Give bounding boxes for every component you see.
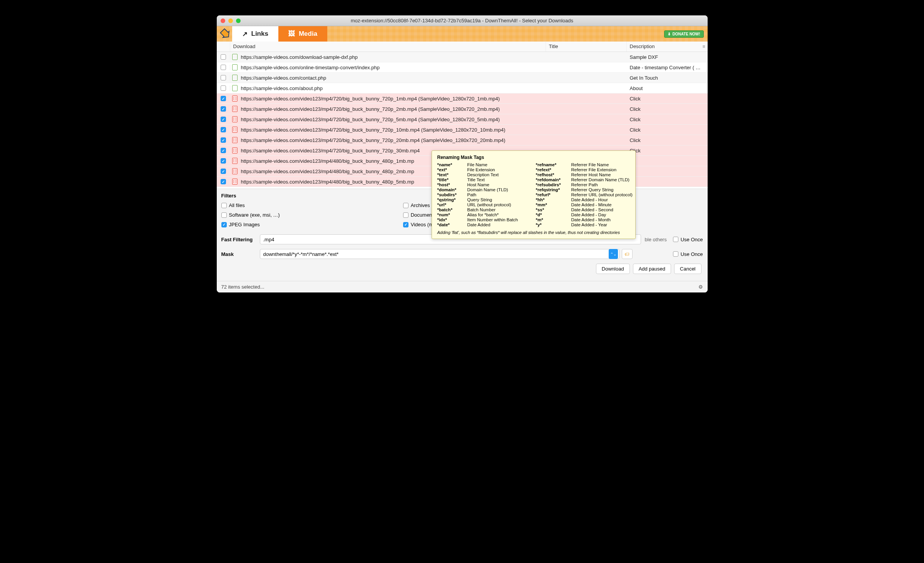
file-type-icon	[230, 147, 239, 154]
row-url: https://sample-videos.com/contact.php	[239, 75, 546, 81]
file-type-icon	[230, 168, 239, 174]
share-icon: ↗	[242, 30, 248, 38]
cancel-button[interactable]: Cancel	[674, 264, 701, 274]
col-description[interactable]: Description ≡	[627, 42, 708, 52]
row-description: Click	[627, 96, 708, 102]
table-header: Download Title Description ≡	[217, 42, 708, 52]
mask-dropdown-button[interactable]: ⌃⌄	[609, 249, 618, 259]
row-checkbox[interactable]	[221, 96, 226, 101]
table-row[interactable]: https://sample-videos.com/online-timesta…	[217, 62, 708, 73]
tab-links-label: Links	[251, 30, 268, 38]
use-once-2-checkbox[interactable]: Use Once	[673, 251, 703, 257]
row-checkbox[interactable]	[221, 54, 226, 60]
col-check[interactable]	[217, 42, 230, 52]
row-url: https://sample-videos.com/video123/mp4/7…	[239, 137, 546, 143]
download-button[interactable]: Download	[596, 264, 630, 274]
row-checkbox[interactable]	[221, 75, 226, 80]
row-description: Date - timestamp Converter ( …	[627, 65, 708, 70]
row-checkbox[interactable]	[221, 106, 226, 112]
mask-label: Mask	[221, 251, 256, 257]
row-description: About	[627, 85, 708, 91]
table-row[interactable]: https://sample-videos.com/video123/mp4/7…	[217, 94, 708, 104]
row-url: https://sample-videos.com/about.php	[239, 85, 546, 91]
table-row[interactable]: https://sample-videos.com/video123/mp4/7…	[217, 114, 708, 125]
header: ↗ Links 🖼 Media ⬇ DONATE NOW!	[217, 26, 708, 42]
close-icon[interactable]	[221, 18, 225, 23]
maximize-icon[interactable]	[236, 18, 241, 23]
add-paused-button[interactable]: Add paused	[633, 264, 671, 274]
use-once-label: Use Once	[681, 251, 703, 257]
gear-icon[interactable]: ⚙	[698, 284, 703, 290]
table-row[interactable]: https://sample-videos.com/video123/mp4/7…	[217, 125, 708, 135]
col-download[interactable]: Download	[230, 42, 546, 52]
tab-links[interactable]: ↗ Links	[232, 26, 278, 42]
row-url: https://sample-videos.com/online-timesta…	[239, 65, 546, 70]
filter-label: JPEG Images	[229, 222, 260, 227]
filters-section: Filters All files Software (exe, msi, …)…	[217, 189, 708, 281]
download-icon: ⬇	[668, 32, 671, 36]
file-type-icon	[230, 137, 239, 143]
app-window: moz-extension://50cc808f-7e07-134d-bd72-…	[217, 15, 708, 292]
row-url: https://sample-videos.com/video123/mp4/7…	[239, 106, 546, 112]
row-description: Click	[627, 127, 708, 133]
file-type-icon	[230, 116, 239, 122]
filter-software[interactable]: Software (exe, msi, …)	[221, 212, 280, 218]
file-type-icon	[230, 85, 239, 91]
row-checkbox[interactable]	[221, 148, 226, 153]
row-checkbox[interactable]	[221, 85, 226, 91]
checkbox-icon	[221, 222, 227, 227]
checkbox-icon	[403, 203, 408, 208]
row-description: Click	[627, 148, 708, 154]
tabs: ↗ Links 🖼 Media	[232, 26, 328, 42]
row-url: https://sample-videos.com/video123/mp4/7…	[239, 96, 546, 102]
col-title[interactable]: Title	[546, 42, 627, 52]
disable-others-checkbox[interactable]: ble others	[645, 237, 667, 242]
row-checkbox[interactable]	[221, 169, 226, 174]
row-checkbox[interactable]	[221, 65, 226, 70]
checkbox-icon	[403, 212, 408, 218]
file-type-icon	[230, 64, 239, 70]
table-row[interactable]: https://sample-videos.com/about.php Abou…	[217, 83, 708, 94]
row-checkbox[interactable]	[221, 179, 226, 184]
donate-button[interactable]: ⬇ DONATE NOW!	[664, 30, 703, 38]
row-description: Get In Touch	[627, 75, 708, 81]
row-url: https://sample-videos.com/download-sampl…	[239, 54, 546, 60]
mask-input[interactable]	[260, 249, 619, 259]
mask-row: Mask ⌃⌄ 🏷 Use Once	[221, 249, 703, 259]
filter-jpeg[interactable]: JPEG Images	[221, 222, 280, 227]
tooltip-title: Renaming Mask Tags	[437, 155, 630, 160]
minimize-icon[interactable]	[228, 18, 233, 23]
tab-media[interactable]: 🖼 Media	[278, 26, 327, 42]
file-type-icon	[230, 106, 239, 112]
row-checkbox[interactable]	[221, 127, 226, 132]
col-description-label: Description	[630, 43, 655, 49]
mask-tag-button[interactable]: 🏷	[622, 249, 633, 259]
use-once-label: Use Once	[681, 237, 703, 242]
use-once-1-checkbox[interactable]: Use Once	[673, 237, 703, 242]
checkbox-icon	[221, 203, 227, 208]
row-description: Click	[627, 137, 708, 143]
statusbar: 72 items selected... ⚙	[217, 281, 708, 292]
file-type-icon	[230, 158, 239, 164]
file-type-icon	[230, 127, 239, 133]
row-description: Click	[627, 106, 708, 112]
row-url: https://sample-videos.com/video123/mp4/7…	[239, 117, 546, 122]
table-row[interactable]: https://sample-videos.com/contact.php Ge…	[217, 73, 708, 83]
row-description: Click	[627, 117, 708, 122]
mask-tooltip: Renaming Mask Tags *name*File Name*ext*F…	[432, 150, 636, 239]
row-checkbox[interactable]	[221, 137, 226, 143]
statusbar-text: 72 items selected...	[221, 284, 264, 290]
app-logo-icon	[217, 26, 232, 42]
image-icon: 🖼	[288, 30, 295, 38]
column-menu-icon[interactable]: ≡	[702, 44, 705, 49]
row-checkbox[interactable]	[221, 117, 226, 122]
fast-filter-label: Fast Filtering	[221, 237, 256, 242]
disable-others-label: ble others	[645, 237, 667, 242]
table-row[interactable]: https://sample-videos.com/download-sampl…	[217, 52, 708, 62]
row-checkbox[interactable]	[221, 158, 226, 164]
table-row[interactable]: https://sample-videos.com/video123/mp4/7…	[217, 104, 708, 114]
filter-all-files[interactable]: All files	[221, 202, 280, 208]
file-type-icon	[230, 95, 239, 102]
table-row[interactable]: https://sample-videos.com/video123/mp4/7…	[217, 135, 708, 145]
row-url: https://sample-videos.com/video123/mp4/7…	[239, 127, 546, 133]
